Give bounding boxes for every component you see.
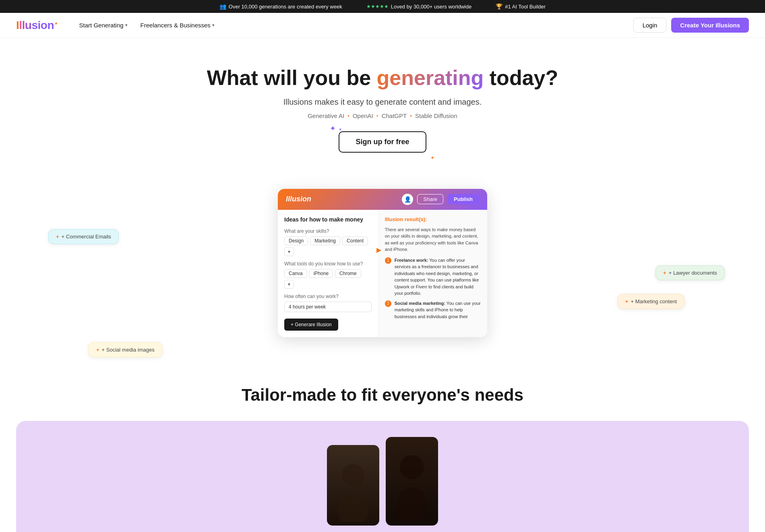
nav-chevron-2: ▾ (212, 23, 215, 28)
nav-freelancers[interactable]: Freelancers & Businesses ▾ (135, 19, 220, 32)
demo-result-title-1: Freelance work: (395, 258, 428, 263)
logo[interactable]: Illusion✦ (16, 19, 58, 32)
hero-subtitle: Illusions makes it easy to generate cont… (8, 97, 757, 107)
login-button[interactable]: Login (633, 18, 667, 33)
demo-publish-button[interactable]: Publish (447, 194, 479, 204)
svg-point-9 (396, 487, 428, 522)
person-silhouette-2 (386, 437, 438, 526)
hero-title-prefix: What will you be (207, 66, 377, 89)
hero-section: What will you be generating today? Illus… (0, 38, 765, 189)
hero-title-highlight: generating (377, 66, 484, 89)
hero-tech: Generative AI ● OpenAI ● ChatGPT ● Stabl… (8, 112, 757, 119)
signup-button[interactable]: Sign up for free (339, 131, 426, 153)
floating-card-commercial[interactable]: + + Commercial Emails (48, 229, 119, 244)
tag-dropdown-2[interactable]: ▾ (284, 280, 294, 289)
tailor-title: Tailor-made to fit everyone's needs (16, 385, 749, 405)
nav-start-generating[interactable]: Start Generating ▾ (74, 19, 133, 32)
tag-canva[interactable]: Canva (284, 269, 307, 278)
trophy-icon: 🏆 (496, 3, 502, 10)
demo-tags-1: Design Marketing Content ▾ (284, 236, 372, 256)
marketing-plus-icon: + (625, 298, 629, 304)
tag-chrome[interactable]: Chrome (335, 269, 361, 278)
hero-title: What will you be generating today? (8, 66, 757, 90)
tailor-card-container (16, 421, 749, 532)
demo-avatar: 👤 (402, 194, 413, 205)
demo-logo: Illusion (286, 195, 311, 203)
person-silhouette-1 (327, 445, 379, 526)
floating-card-marketing[interactable]: + + Marketing content (618, 294, 684, 309)
nav-chevron-1: ▾ (125, 23, 128, 28)
tag-design[interactable]: Design (284, 236, 308, 245)
tag-content[interactable]: Content (342, 236, 368, 245)
tech-item-2: OpenAI (353, 112, 373, 119)
demo-result-text-1: Freelance work: You can offer your servi… (395, 257, 481, 297)
tech-dot-2: ● (376, 114, 378, 118)
demo-num-2: 2 (385, 300, 391, 307)
svg-point-7 (338, 491, 368, 522)
demo-wrapper: + + Commercial Emails + + Lawyer documen… (0, 189, 765, 361)
tech-item-3: ChatGPT (382, 112, 407, 119)
banner-text-1: Over 10,000 generations are created ever… (229, 4, 342, 10)
commercial-card-label: + Commercial Emails (62, 234, 111, 240)
demo-field1-label: What are your skills? (284, 228, 372, 234)
stars-icon: ★★★★★ (366, 4, 389, 9)
floating-card-social[interactable]: + + Social media images (89, 342, 162, 357)
social-card-label: + Social media images (102, 347, 155, 353)
people-icon: 👥 (219, 3, 226, 10)
demo-header-actions: 👤 Share Publish (402, 194, 479, 205)
sparkle-top-left-icon: ✦ (330, 124, 336, 133)
lawyer-plus-icon: + (663, 270, 666, 276)
demo-result-intro: There are several ways to make money bas… (385, 226, 481, 253)
lawyer-card-label: + Lawyer documents (669, 270, 717, 276)
create-illusions-button[interactable]: Create Your Illusions (671, 18, 749, 33)
demo-header: Illusion 👤 Share Publish (278, 189, 487, 210)
hero-cta-wrapper: ✦ ✦ Sign up for free ✦ (339, 131, 426, 153)
demo-right-panel: Illusion result(s): There are several wa… (378, 210, 487, 337)
demo-result-item-2: 2 Social media marketing: You can use yo… (385, 300, 481, 320)
demo-share-button[interactable]: Share (417, 194, 443, 204)
sparkle-bottom-right-icon: ✦ (430, 155, 434, 161)
svg-point-6 (342, 464, 364, 486)
banner-item-1: 👥 Over 10,000 generations are created ev… (219, 3, 342, 10)
demo-num-1: 1 (385, 257, 391, 264)
hero-title-suffix: today? (484, 66, 558, 89)
demo-left-panel: Ideas for how to make money ▶ What are y… (278, 210, 378, 337)
tech-dot-3: ● (410, 114, 412, 118)
demo-field3-input[interactable] (284, 302, 372, 312)
tag-iphone[interactable]: iPhone (309, 269, 333, 278)
nav-freelancers-label: Freelancers & Businesses (141, 22, 211, 29)
commercial-plus-icon: + (56, 234, 59, 240)
demo-field3-label: How often can you work? (284, 294, 372, 299)
demo-prompt: Ideas for how to make money (284, 216, 372, 223)
banner-item-2: ★★★★★ Loved by 30,000+ users worldwide (366, 4, 472, 10)
tag-marketing[interactable]: Marketing (310, 236, 340, 245)
banner-item-3: 🏆 #1 AI Tool Builder (496, 3, 546, 10)
floating-card-lawyer[interactable]: + + Lawyer documents (655, 265, 725, 280)
demo-result-item-1: 1 Freelance work: You can offer your ser… (385, 257, 481, 297)
tag-dropdown-1[interactable]: ▾ (284, 247, 294, 256)
svg-point-8 (400, 455, 424, 479)
demo-result-text-2: Social media marketing: You can use your… (395, 300, 481, 320)
top-banner: 👥 Over 10,000 generations are created ev… (0, 0, 765, 13)
nav-actions: Login Create Your Illusions (633, 18, 749, 33)
demo-result-title-2: Social media marketing: (395, 301, 446, 306)
tech-dot-1: ● (347, 114, 349, 118)
demo-window: Illusion 👤 Share Publish Ideas for how t… (278, 189, 487, 337)
navbar: Illusion✦ Start Generating ▾ Freelancers… (0, 13, 765, 38)
tech-item-4: Stable Diffusion (415, 112, 457, 119)
banner-text-2: Loved by 30,000+ users worldwide (391, 4, 472, 10)
banner-text-3: #1 AI Tool Builder (505, 4, 546, 10)
nav-start-generating-label: Start Generating (79, 22, 124, 29)
demo-result-title: Illusion result(s): (385, 216, 481, 222)
tech-item-1: Generative AI (308, 112, 344, 119)
social-plus-icon: + (96, 347, 99, 353)
marketing-card-label: + Marketing content (631, 298, 677, 304)
nav-links: Start Generating ▾ Freelancers & Busines… (74, 19, 633, 32)
demo-field2-label: What tools do you know how to use? (284, 261, 372, 267)
demo-tags-2: Canva iPhone Chrome ▾ (284, 269, 372, 289)
play-icon[interactable]: ▶ (376, 246, 381, 254)
tailor-section: Tailor-made to fit everyone's needs Illu… (0, 361, 765, 532)
demo-generate-button[interactable]: + Generare Illusion (284, 319, 338, 331)
demo-body: Ideas for how to make money ▶ What are y… (278, 210, 487, 337)
sparkle-tiny-icon: ✦ (339, 127, 342, 132)
